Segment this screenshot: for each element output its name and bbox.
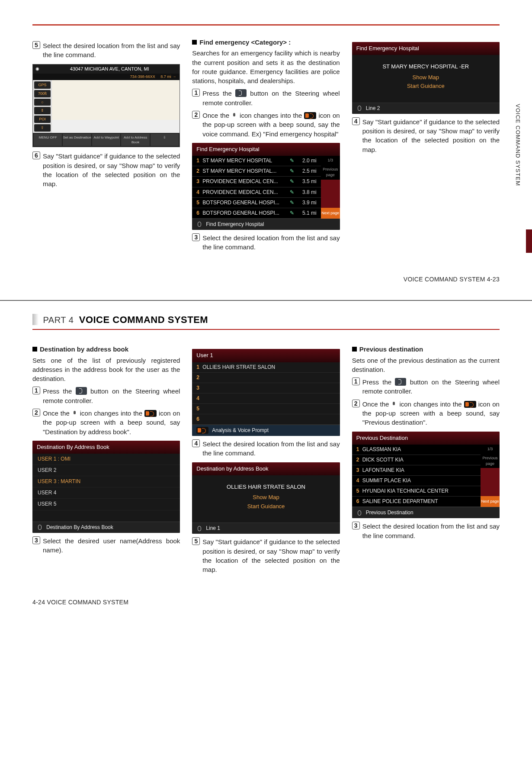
list-item[interactable]: 2ST MARY MERCY HOSPITAL...✎2.5 mi [192, 166, 320, 177]
list-item[interactable]: 4 [192, 394, 340, 404]
side-tab-accent [526, 229, 532, 253]
next-page[interactable]: Next page [481, 496, 500, 507]
col-2: User 1 1OLLIES HAIR STRATE SALON 2 3 4 5… [192, 345, 340, 577]
mic-icon [37, 524, 43, 530]
list-item[interactable]: 5BOTSFORD GENERAL HOSPI...✎3.9 mi [192, 198, 320, 208]
start-guidance-link[interactable]: Start Guidance [356, 82, 495, 90]
mic-icon [196, 221, 202, 227]
col-3: Previous destination Sets one of the pre… [352, 345, 500, 577]
step-3: 3 Select the desired location from the l… [192, 233, 340, 252]
step-1: 1 Press the button on the Steering wheel… [352, 377, 500, 396]
show-map-link[interactable]: Show Map [196, 494, 335, 501]
start-guidance-link[interactable]: Start Guidance [196, 503, 335, 510]
device-footer: Analysis & Voice Prompt [212, 427, 269, 434]
list-item[interactable]: 6SALINE POLICE DEPARTMENT [352, 497, 481, 507]
list-item[interactable]: 6 [192, 414, 340, 425]
talk-button-icon [395, 378, 406, 386]
map-bot-btn[interactable]: Add to Waypoint [92, 134, 120, 146]
list-item[interactable]: 3 [192, 383, 340, 394]
step-5: 5 Select the desired location from the l… [32, 41, 180, 60]
step-1: 1 Press the button on the Steering wheel… [192, 89, 340, 107]
show-map-link[interactable]: Show Map [356, 74, 495, 81]
device-footer: Destination By Address Book [46, 524, 113, 531]
next-page[interactable]: Next page [321, 208, 340, 219]
part-header: PART 4 VOICE COMMAND SYSTEM [32, 314, 500, 326]
list-item[interactable]: 1OLLIES HAIR STRATE SALON [192, 362, 340, 373]
device-list-hospital: Find Emergency Hospital 1ST MARY MERCY H… [192, 143, 340, 230]
page-indicator: 1/3 [481, 445, 500, 454]
list-item[interactable]: USER 5 [32, 499, 180, 510]
map-btn[interactable]: POI [34, 116, 51, 123]
device-footer: Previous Destination [366, 509, 413, 516]
map-bot-btn[interactable]: Set as Destination [63, 134, 91, 146]
section-heading: Previous destination [352, 345, 500, 354]
map-distance: 8.7 mi [160, 74, 171, 79]
side-tab: VOICE COMMAND SYSTEM [515, 78, 532, 268]
step-number: 4 [352, 117, 360, 125]
list-item[interactable]: 3PROVIDENCE MEDICAL CEN...✎3.5 mi [192, 177, 320, 187]
prev-page[interactable]: Previous page [481, 454, 500, 468]
mic-icon [391, 401, 397, 407]
map-btn[interactable]: ⇧ [34, 124, 51, 132]
list-item[interactable]: 3LAFONTAINE KIA [352, 465, 481, 476]
map-btn[interactable]: GPS [34, 81, 51, 89]
col-3: Find Emergency Hospital ST MARY MERCY HO… [352, 38, 500, 254]
step-3: 3 Select the desired location from the l… [352, 522, 500, 540]
list-item[interactable]: USER 3 : MARTIN [32, 476, 180, 487]
device-title: Find Emergency Hospital [192, 143, 340, 156]
list-item[interactable]: USER 4 [32, 487, 180, 499]
col-1: Destination by address book Sets one of … [32, 345, 180, 577]
section-intro: Sets one of the previous destination as … [352, 356, 500, 374]
prev-page[interactable]: Previous page [321, 165, 340, 180]
list-item[interactable]: 1ST MARY MERCY HOSPITAL✎2.0 mi [192, 156, 320, 166]
device-footer: Line 1 [206, 525, 220, 532]
list-item[interactable]: 1GLASSMAN KIA [352, 445, 481, 455]
talk-button-icon [76, 387, 87, 395]
speak-icon [144, 410, 157, 417]
map-bot-btn[interactable]: Add to Address Book [121, 134, 149, 146]
map-bot-btn[interactable]: MENU OFF [34, 134, 62, 146]
map-phone: 734-398-66XX [130, 74, 155, 79]
list-item[interactable]: 5HYUNDAI KIA TECHNICAL CENTER [352, 486, 481, 497]
page-footer: 4-24 VOICE COMMAND SYSTEM [32, 599, 500, 606]
mic-icon [196, 526, 202, 532]
device-addressbook-users: Destination By Address Book USER 1 : OMI… [32, 441, 180, 533]
map-bot-btn[interactable]: ⇩ [151, 134, 179, 146]
pager: 1/3 Previous page Next page [321, 156, 340, 218]
section-intro: Sets one of the list of previously regis… [32, 356, 180, 384]
list-item[interactable]: 4SUMMIT PLACE KIA [352, 476, 481, 486]
part-title: VOICE COMMAND SYSTEM [79, 314, 208, 325]
bullet-icon [32, 347, 37, 352]
section-heading: Find emergency <Category> : [192, 38, 340, 47]
mic-icon [72, 410, 78, 416]
list-item[interactable]: 5 [192, 404, 340, 414]
list-item[interactable]: 2 [192, 373, 340, 383]
list-item[interactable]: 6BOTSFORD GENERAL HOSPI...✎5.1 mi [192, 208, 320, 219]
device-title: Previous Destination [352, 432, 500, 445]
step-text: Say "Start guidance" if guidance to the … [43, 152, 180, 188]
list-item[interactable]: USER 2 [32, 465, 180, 476]
step-number: 3 [192, 233, 200, 241]
list-item [32, 510, 180, 522]
list-item[interactable]: USER 1 : OMI [32, 454, 180, 465]
list-item[interactable]: 4PROVIDENCE MEDICAL CEN...✎3.8 mi [192, 187, 320, 198]
col-1: 5 Select the desired location from the l… [32, 38, 180, 254]
map-btn[interactable]: ⇕ [34, 107, 51, 114]
step-number: 6 [32, 152, 40, 159]
step-text: Press the button on the Steering wheel r… [202, 89, 340, 107]
device-footer: Find Emergency Hospital [206, 221, 264, 228]
result-name: ST MARY MERCY HOSPITAL -ER [356, 63, 495, 71]
columns: 5 Select the desired location from the l… [32, 38, 500, 254]
device-footer: Line 2 [366, 105, 380, 112]
step-2: 2 Once the icon changes into the icon on… [192, 111, 340, 139]
device-title: Destination by Address Book [192, 462, 340, 475]
bullet-icon [352, 347, 357, 352]
map-btn[interactable]: ○ [34, 99, 51, 106]
map-btn[interactable]: 700ft [34, 90, 51, 97]
compass-icon: ◉ [35, 66, 39, 72]
side-tab-label: VOICE COMMAND SYSTEM [515, 78, 521, 186]
step-2: 2 Once the icon changes into the icon on… [32, 409, 180, 436]
device-title: User 1 [192, 349, 340, 362]
list-item[interactable]: 2DICK SCOTT KIA [352, 455, 481, 465]
mic-icon [356, 105, 362, 111]
